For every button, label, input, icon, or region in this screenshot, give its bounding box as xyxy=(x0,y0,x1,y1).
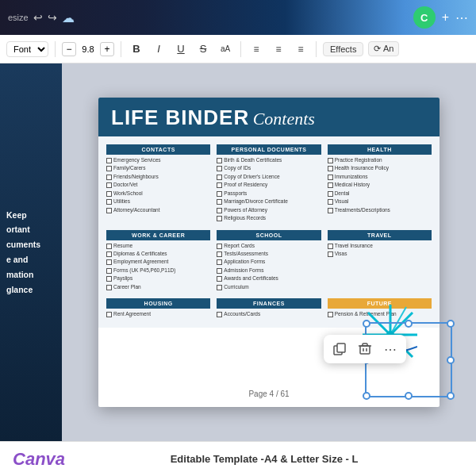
checkbox[interactable] xyxy=(217,158,222,163)
canvas-area[interactable]: LIFE BINDER Contents CONTACTS Emergency … xyxy=(62,63,476,441)
checkbox[interactable] xyxy=(106,182,112,188)
item-text: Report Cards xyxy=(224,243,255,249)
item-text: Birth & Death Certificates xyxy=(224,157,282,163)
selection-handle-tr[interactable] xyxy=(447,320,455,328)
checkbox[interactable] xyxy=(217,276,222,282)
checkbox[interactable] xyxy=(328,175,333,180)
checkbox[interactable] xyxy=(106,158,112,163)
list-item: Rent Agreement xyxy=(106,311,210,317)
sidebar-text-3: cuments xyxy=(6,238,56,251)
checkbox[interactable] xyxy=(328,182,333,188)
delete-button[interactable] xyxy=(355,340,374,359)
checkbox[interactable] xyxy=(217,259,222,265)
item-text: Friends/Neighbours xyxy=(113,174,159,180)
item-text: Immunizations xyxy=(335,174,368,180)
animate-button[interactable]: ⟳ An xyxy=(368,41,399,56)
checkbox[interactable] xyxy=(217,312,222,317)
section-work-career: WORK & CAREER Resume Diplomas & Certific… xyxy=(103,227,213,296)
list-item: Admission Forms xyxy=(217,267,321,274)
section-work-header: WORK & CAREER xyxy=(106,230,210,240)
checkbox[interactable] xyxy=(106,208,112,213)
item-text: Tests/Assessments xyxy=(224,251,268,257)
effects-button[interactable]: Effects xyxy=(323,42,363,56)
add-button[interactable]: + xyxy=(442,10,449,25)
document-title: LIFE BINDER xyxy=(111,106,249,129)
italic-button[interactable]: I xyxy=(150,40,167,58)
checkbox[interactable] xyxy=(217,268,222,274)
checkbox[interactable] xyxy=(217,244,222,249)
item-text: Copy of IDs xyxy=(224,165,251,171)
item-text: Emergency Services xyxy=(113,157,161,163)
section-travel: TRAVEL Travel Insurance Visas xyxy=(324,227,435,296)
copy-button[interactable] xyxy=(330,340,349,359)
undo-button[interactable]: ↩ xyxy=(33,11,43,24)
checkbox[interactable] xyxy=(217,216,222,221)
sidebar-text-2: ortant xyxy=(6,223,56,236)
checkbox[interactable] xyxy=(217,191,222,197)
underline-button[interactable]: U xyxy=(172,40,190,58)
more-options-button[interactable]: ⋯ xyxy=(455,10,468,25)
checkbox[interactable] xyxy=(217,251,222,257)
redo-button[interactable]: ↪ xyxy=(48,11,57,24)
checkbox[interactable] xyxy=(106,175,112,180)
selection-handle-br[interactable] xyxy=(447,392,455,400)
align-center-button[interactable]: ≡ xyxy=(270,40,287,58)
checkbox[interactable] xyxy=(328,244,333,249)
checkbox[interactable] xyxy=(106,268,112,274)
checkbox[interactable] xyxy=(328,199,333,205)
checkbox[interactable] xyxy=(217,199,222,205)
list-item: Health Insurance Policy xyxy=(328,165,432,171)
list-item: Emergency Services xyxy=(106,157,210,163)
checkbox[interactable] xyxy=(217,208,222,213)
align-left-button[interactable]: ≡ xyxy=(248,40,265,58)
checkbox[interactable] xyxy=(328,208,333,213)
sidebar-text-1: Keep xyxy=(6,209,56,222)
toolbar-divider-1 xyxy=(55,41,56,57)
checkbox[interactable] xyxy=(328,158,333,163)
checkbox[interactable] xyxy=(106,191,112,197)
align-right-button[interactable]: ≡ xyxy=(292,40,309,58)
checkbox[interactable] xyxy=(106,259,112,265)
checkbox[interactable] xyxy=(106,199,112,205)
checkbox[interactable] xyxy=(217,166,222,171)
checkbox[interactable] xyxy=(328,251,333,257)
page-indicator: Page 4 / 61 xyxy=(242,388,295,400)
checkbox[interactable] xyxy=(217,175,222,180)
font-size-value: 9.8 xyxy=(78,44,98,54)
font-size-increase[interactable]: + xyxy=(100,42,114,56)
list-item: Marriage/Divorce Certificate xyxy=(217,198,321,205)
list-item: Curriculum xyxy=(217,284,321,290)
more-options-float-button[interactable]: ⋯ xyxy=(381,340,400,359)
checkbox[interactable] xyxy=(106,251,112,257)
checkbox[interactable] xyxy=(106,166,112,171)
template-description: Editable Template -A4 & Letter Size - L xyxy=(65,453,463,465)
checkbox[interactable] xyxy=(106,285,112,290)
item-text: Attorney/Accountant xyxy=(113,207,160,213)
svg-rect-15 xyxy=(363,344,367,346)
checkbox[interactable] xyxy=(106,244,112,249)
checkbox[interactable] xyxy=(106,276,112,282)
selection-handle-mr[interactable] xyxy=(447,356,455,364)
font-family-select[interactable]: Font xyxy=(6,41,48,57)
checkbox[interactable] xyxy=(217,182,222,188)
checkbox[interactable] xyxy=(328,191,333,197)
strikethrough-button[interactable]: S xyxy=(194,40,212,58)
checkbox[interactable] xyxy=(328,166,333,171)
list-item: Awards and Certificates xyxy=(217,275,321,282)
checkbox[interactable] xyxy=(217,285,222,290)
item-text: Copy of Driver's Licence xyxy=(224,174,279,180)
checkbox[interactable] xyxy=(106,312,112,317)
item-text: Treatments/Descriptions xyxy=(335,207,390,213)
item-text: Diplomas & Certificates xyxy=(113,251,167,257)
bold-button[interactable]: B xyxy=(128,40,145,58)
list-item: Birth & Death Certificates xyxy=(217,157,321,163)
item-text: Travel Insurance xyxy=(335,243,373,249)
user-avatar[interactable]: C xyxy=(413,6,436,29)
list-item: Immunizations xyxy=(328,174,432,180)
svg-rect-11 xyxy=(360,346,370,354)
list-item: Treatments/Descriptions xyxy=(328,207,432,213)
list-item: Travel Insurance xyxy=(328,243,432,249)
font-size-decrease[interactable]: − xyxy=(62,42,76,56)
case-button[interactable]: aA xyxy=(217,40,234,58)
item-text: Dental xyxy=(335,190,350,197)
